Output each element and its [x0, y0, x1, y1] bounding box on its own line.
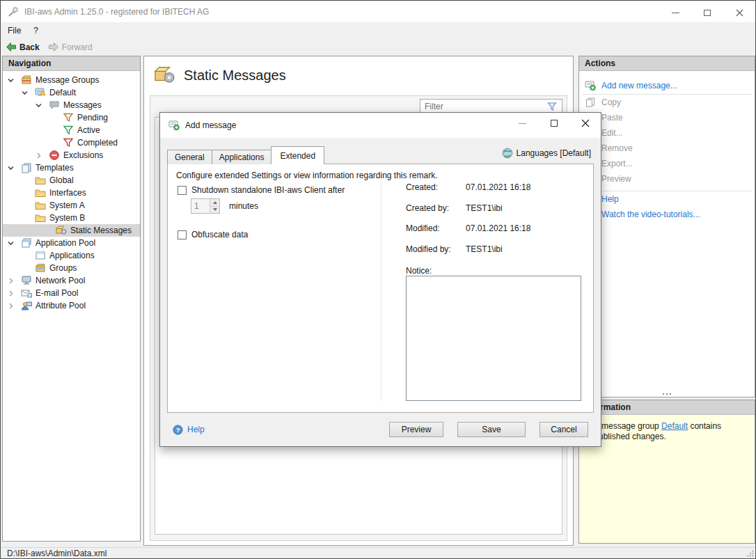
pending-filter-icon	[63, 112, 74, 123]
action-label: Export...	[601, 159, 633, 168]
action-paste[interactable]: Paste	[579, 110, 755, 125]
action-watch-video-tutorials[interactable]: Watch the video-tutorials...	[579, 207, 755, 222]
static-messages-icon	[56, 225, 67, 236]
globe-icon	[502, 148, 513, 159]
tree-item-default[interactable]: Default	[3, 86, 140, 99]
tree-item-static-messages[interactable]: Static Messages	[3, 224, 140, 237]
tree-item-pending[interactable]: Pending	[3, 111, 140, 124]
data-file-path: D:\IBI-aws\Admin\Data.xml	[7, 549, 107, 558]
tree-item-system-a[interactable]: System A	[3, 199, 140, 212]
tree-item-groups[interactable]: Groups	[3, 262, 140, 274]
stepper-down-icon[interactable]	[210, 207, 219, 214]
chevron-down-icon[interactable]	[7, 239, 21, 247]
maximize-icon[interactable]	[691, 2, 723, 23]
tree-item-exclusions[interactable]: Exclusions	[3, 149, 140, 162]
minutes-label: minutes	[229, 201, 258, 211]
tree-item-messages[interactable]: Messages	[3, 99, 140, 111]
navigation-panel: Navigation Message Groups Default Messag…	[2, 56, 141, 542]
groups-icon	[35, 262, 46, 274]
tree-item-system-b[interactable]: System B	[3, 212, 140, 224]
window-title: IBI-aws Admin 1.25.0 - registered for IB…	[24, 7, 209, 17]
shutdown-checkbox[interactable]	[178, 186, 187, 195]
help-icon: ?	[173, 425, 183, 435]
back-button[interactable]: Back	[1, 38, 44, 56]
close-icon[interactable]	[569, 113, 601, 134]
tree-item-label: Default	[49, 88, 76, 97]
menu-file[interactable]: File	[1, 22, 27, 38]
obfuscate-checkbox[interactable]	[178, 230, 187, 239]
chevron-down-icon[interactable]	[7, 164, 21, 172]
tree-item-message-groups[interactable]: Message Groups	[3, 74, 140, 86]
tree-item-active[interactable]: Active	[3, 124, 140, 136]
tree-item-templates[interactable]: Templates	[3, 162, 140, 174]
modified-label: Modified:	[406, 223, 440, 233]
tree-item-applications[interactable]: Applications	[3, 249, 140, 262]
created-value: 07.01.2021 16:18	[466, 182, 530, 192]
minimize-icon[interactable]	[659, 2, 691, 23]
chevron-down-icon[interactable]	[35, 102, 49, 109]
action-label: Help	[601, 194, 619, 204]
chevron-right-icon[interactable]	[7, 302, 21, 310]
back-icon	[6, 42, 17, 52]
chevron-right-icon[interactable]	[7, 290, 21, 297]
action-edit[interactable]: Edit...	[579, 125, 755, 141]
tree-item-label: Exclusions	[63, 150, 103, 160]
tab-extended[interactable]: Extended	[271, 146, 324, 164]
filter-input[interactable]	[420, 102, 546, 111]
actions-header: Actions	[579, 56, 755, 71]
languages-button[interactable]: Languages [Default]	[502, 148, 591, 159]
minutes-value-input[interactable]	[191, 199, 210, 213]
chevron-down-icon[interactable]	[21, 89, 35, 97]
title-bar: IBI-aws Admin 1.25.0 - registered for IB…	[1, 1, 756, 22]
window-controls	[659, 2, 755, 23]
chevron-right-icon[interactable]	[7, 277, 21, 285]
svg-text:?: ?	[176, 426, 180, 433]
information-text: The message group Default contains unpub…	[579, 415, 755, 448]
tree-item-label: Global	[49, 175, 74, 185]
application-pool-icon	[21, 237, 32, 249]
tree-item-application-pool[interactable]: Application Pool	[3, 237, 140, 249]
menu-help[interactable]: ?	[27, 22, 45, 38]
tab-applications[interactable]: Applications	[212, 150, 272, 164]
chevron-down-icon[interactable]	[7, 77, 21, 84]
tab-general[interactable]: General	[167, 150, 212, 164]
action-export[interactable]: Export...	[579, 156, 755, 171]
tree-item-completed[interactable]: Completed	[3, 136, 140, 149]
save-button[interactable]: Save	[457, 422, 526, 437]
forward-button[interactable]: Forward	[44, 38, 97, 56]
preview-button[interactable]: Preview	[389, 422, 443, 437]
tree-item-label: Completed	[77, 138, 118, 148]
resize-grip-icon[interactable]	[747, 550, 754, 557]
tree-item-global[interactable]: Global	[3, 174, 140, 187]
cancel-button[interactable]: Cancel	[540, 422, 588, 437]
filter-icon[interactable]	[546, 102, 559, 112]
minimize-icon[interactable]	[507, 113, 538, 134]
folder-icon	[35, 187, 46, 198]
action-help[interactable]: ? Help	[579, 191, 755, 207]
action-copy[interactable]: Copy	[579, 95, 755, 110]
default-group-link[interactable]: Default	[661, 421, 688, 431]
notice-textarea[interactable]	[406, 276, 581, 401]
action-remove[interactable]: Remove	[579, 141, 755, 156]
tree-item-interfaces[interactable]: Interfaces	[3, 187, 140, 199]
menu-bar: File ?	[1, 22, 756, 38]
action-label: Edit...	[601, 128, 623, 138]
templates-icon	[21, 162, 32, 173]
exclusions-icon	[49, 150, 60, 161]
tree-item-network-pool[interactable]: Network Pool	[3, 274, 140, 287]
maximize-icon[interactable]	[538, 113, 569, 134]
splitter-dots[interactable]	[663, 393, 671, 395]
app-icon	[8, 6, 19, 17]
stepper-up-icon[interactable]	[210, 199, 219, 207]
action-add-new-message[interactable]: Add new message...	[579, 77, 755, 94]
dialog-controls	[507, 113, 601, 134]
dialog-help-link[interactable]: ? Help	[173, 425, 205, 435]
action-preview[interactable]: Preview	[579, 171, 755, 187]
tab-description: Configure extended Settings or view info…	[176, 171, 438, 180]
close-icon[interactable]	[723, 2, 755, 23]
obfuscate-checkbox-row: Obfuscate data	[178, 230, 248, 239]
tree-item-attribute-pool[interactable]: Attribute Pool	[3, 299, 140, 312]
tree-item-email-pool[interactable]: E-mail Pool	[3, 287, 140, 299]
chevron-right-icon[interactable]	[35, 152, 49, 159]
divider	[381, 180, 381, 401]
